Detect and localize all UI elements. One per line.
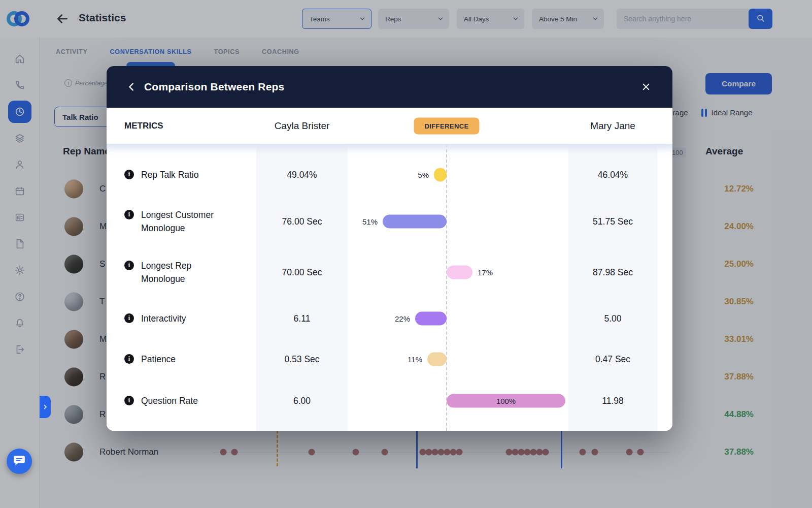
- modal-title: Comparison Between Reps: [144, 81, 285, 93]
- left-rep-value: 49.04%: [256, 153, 348, 196]
- difference-bar: [447, 266, 472, 279]
- right-rep-value: 51.75 Sec: [568, 196, 657, 247]
- difference-cell: 17%: [348, 247, 568, 298]
- difference-percent-label: 22%: [395, 314, 410, 323]
- modal-body: iRep Talk Ratio49.04%5%46.04%iLongest Cu…: [107, 144, 672, 431]
- modal-rows: iRep Talk Ratio49.04%5%46.04%iLongest Cu…: [107, 144, 672, 423]
- info-icon[interactable]: i: [124, 210, 134, 219]
- sidebar-expand-button[interactable]: [40, 396, 51, 418]
- info-icon[interactable]: i: [124, 313, 134, 323]
- right-rep-value: 0.47 Sec: [568, 339, 657, 379]
- metrics-column-header: METRICS: [124, 121, 256, 131]
- difference-percent-label: 17%: [478, 268, 493, 277]
- metric-row: iPatience0.53 Sec11%0.47 Sec: [107, 339, 672, 379]
- difference-bar: [383, 215, 447, 229]
- left-rep-value: 6.11: [256, 298, 348, 339]
- chat-widget-button[interactable]: [7, 449, 32, 474]
- metric-name: Rep Talk Ratio: [141, 168, 199, 181]
- info-icon[interactable]: i: [124, 354, 134, 364]
- difference-bar: 100%: [447, 394, 565, 408]
- close-icon[interactable]: [637, 78, 655, 96]
- right-rep-value: 87.98 Sec: [568, 247, 657, 298]
- difference-bar: [427, 353, 447, 366]
- chat-icon: [13, 454, 26, 469]
- difference-percent-label: 100%: [496, 397, 516, 405]
- difference-cell: 5%: [348, 153, 568, 196]
- left-rep-column-header: Cayla Brister: [256, 120, 348, 132]
- difference-column-header: DIFFERENCE: [348, 108, 568, 144]
- right-rep-value: 5.00: [568, 298, 657, 339]
- difference-bar: [434, 168, 447, 182]
- metric-name: Interactivity: [141, 312, 186, 325]
- metric-name: Patience: [141, 353, 176, 366]
- difference-cell: 51%: [348, 196, 568, 247]
- info-icon[interactable]: i: [124, 170, 134, 179]
- left-rep-value: 76.00 Sec: [256, 196, 348, 247]
- difference-percent-label: 5%: [418, 171, 429, 179]
- metric-row: iLongest Rep Monologue70.00 Sec17%87.98 …: [107, 247, 672, 298]
- modal-columns-header: METRICS Cayla Brister DIFFERENCE Mary Ja…: [107, 108, 672, 144]
- right-rep-value: 46.04%: [568, 153, 657, 196]
- difference-cell: 100%: [348, 379, 568, 423]
- difference-cell: 11%: [348, 339, 568, 379]
- metric-row: iInteractivity6.1122%5.00: [107, 298, 672, 339]
- modal-header: Comparison Between Reps: [107, 66, 672, 108]
- metric-row: iLongest Customer Monologue76.00 Sec51%5…: [107, 196, 672, 247]
- right-rep-value: 11.98: [568, 379, 657, 423]
- metric-row: iQuestion Rate6.00100%11.98: [107, 379, 672, 423]
- metric-name: Longest Rep Monologue: [141, 259, 228, 286]
- metric-name: Longest Customer Monologue: [141, 208, 228, 235]
- left-rep-value: 0.53 Sec: [256, 339, 348, 379]
- difference-bar: [415, 312, 447, 326]
- difference-badge: DIFFERENCE: [414, 117, 479, 134]
- left-rep-value: 6.00: [256, 379, 348, 423]
- modal-back-icon[interactable]: [124, 79, 139, 94]
- difference-percent-label: 51%: [362, 217, 378, 226]
- difference-percent-label: 11%: [408, 355, 422, 364]
- right-rep-column-header: Mary Jane: [568, 120, 657, 132]
- left-rep-value: 70.00 Sec: [256, 247, 348, 298]
- metric-name: Question Rate: [141, 394, 198, 407]
- info-icon[interactable]: i: [124, 261, 134, 270]
- comparison-modal: Comparison Between Reps METRICS Cayla Br…: [107, 66, 672, 431]
- difference-cell: 22%: [348, 298, 568, 339]
- metric-row: iRep Talk Ratio49.04%5%46.04%: [107, 153, 672, 196]
- info-icon[interactable]: i: [124, 396, 134, 405]
